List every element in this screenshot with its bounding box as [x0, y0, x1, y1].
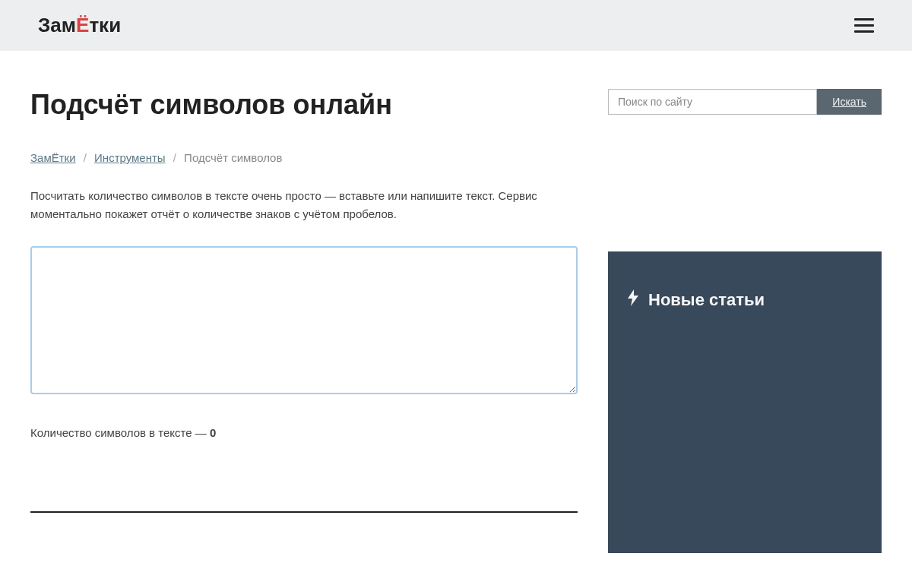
breadcrumb-home[interactable]: ЗамЁтки	[30, 151, 76, 164]
logo-part1: Зам	[38, 14, 76, 36]
breadcrumb-current: Подсчёт символов	[184, 151, 282, 164]
hamburger-menu-icon[interactable]	[854, 18, 874, 33]
search-box: Искать	[608, 89, 882, 115]
divider	[30, 511, 578, 513]
breadcrumb: ЗамЁтки / Инструменты / Подсчёт символов	[30, 151, 578, 164]
breadcrumb-separator: /	[173, 151, 176, 164]
page-title: Подсчёт символов онлайн	[30, 89, 578, 121]
widget-title-text: Новые статьи	[648, 290, 765, 310]
search-input[interactable]	[608, 89, 817, 115]
breadcrumb-separator: /	[84, 151, 87, 164]
header: ЗамЁтки	[0, 0, 912, 51]
text-input[interactable]	[30, 246, 578, 394]
count-value: 0	[210, 426, 216, 439]
search-button[interactable]: Искать	[817, 89, 882, 115]
new-articles-widget: Новые статьи	[608, 251, 882, 553]
count-label: Количество символов в тексте —	[30, 426, 210, 439]
logo[interactable]: ЗамЁтки	[38, 14, 121, 37]
sidebar: Искать Новые статьи	[608, 89, 882, 553]
description: Посчитать количество символов в тексте о…	[30, 187, 578, 223]
widget-title: Новые статьи	[627, 289, 863, 310]
count-line: Количество символов в тексте — 0	[30, 426, 578, 439]
breadcrumb-tools[interactable]: Инструменты	[94, 151, 166, 164]
main-content: Подсчёт символов онлайн ЗамЁтки / Инстру…	[30, 89, 578, 553]
logo-accent: Ё	[76, 14, 89, 36]
logo-part2: тки	[89, 14, 121, 36]
bolt-icon	[627, 289, 639, 310]
